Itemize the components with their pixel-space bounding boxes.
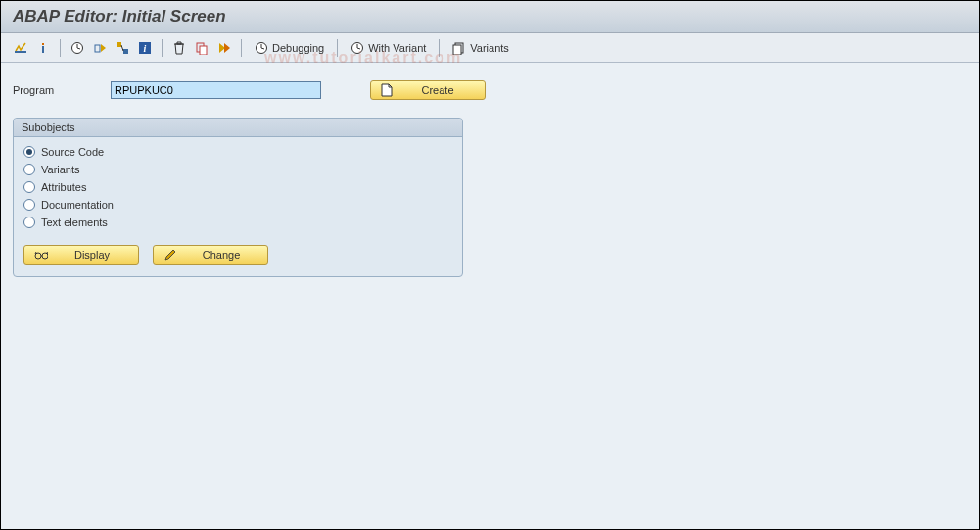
document-icon [381,83,393,97]
program-input[interactable] [111,81,321,99]
separator [337,39,338,57]
change-button[interactable]: Change [153,245,268,265]
svg-rect-5 [117,42,121,47]
info-icon[interactable]: i [135,38,155,58]
svg-rect-0 [15,51,26,53]
copy-icon[interactable] [192,38,211,58]
radio-label: Variants [41,164,80,175]
create-label: Create [400,84,475,96]
display-label: Display [56,249,128,261]
info-stick-icon[interactable] [33,38,53,58]
button-row: Display Change [14,231,462,265]
radio-variants[interactable]: Variants [14,161,462,178]
svg-rect-10 [200,46,207,55]
svg-rect-14 [453,45,461,55]
debugging-label: Debugging [272,42,324,54]
radio-label: Text elements [41,217,108,228]
svg-point-16 [42,253,48,259]
radio-attributes[interactable]: Attributes [14,178,462,196]
program-row: Program Create [13,80,967,100]
title-bar: ABAP Editor: Initial Screen [1,1,979,33]
radio-icon[interactable] [23,164,35,175]
activate-icon[interactable] [90,38,110,58]
radio-label: Attributes [41,181,86,193]
page-title: ABAP Editor: Initial Screen [13,7,226,25]
radio-source-code[interactable]: Source Code [14,143,462,161]
svg-rect-4 [95,45,100,52]
program-label: Program [13,84,111,96]
svg-rect-2 [42,46,44,53]
svg-rect-1 [42,43,44,45]
separator [241,39,242,57]
delete-icon[interactable] [169,38,189,58]
separator [60,39,61,57]
subobjects-group: Subobjects Source Code Variants Attribut… [13,118,463,277]
separator [439,39,440,57]
radio-icon[interactable] [23,217,35,228]
check-icon[interactable] [11,38,30,58]
separator [162,39,163,57]
glasses-icon [34,249,48,261]
group-title: Subobjects [14,119,462,137]
svg-text:i: i [144,43,147,54]
with-variant-label: With Variant [368,42,426,54]
radio-label: Documentation [41,199,114,211]
pencil-icon [163,248,177,262]
where-used-icon[interactable] [113,38,132,58]
radio-icon[interactable] [23,199,35,211]
create-button[interactable]: Create [370,80,486,100]
display-button[interactable]: Display [23,245,139,265]
variants-label: Variants [470,42,509,54]
clock-icon[interactable] [68,38,87,58]
debugging-button[interactable]: Debugging [249,39,330,57]
variants-button[interactable]: Variants [446,39,515,57]
execute-icon[interactable] [214,38,234,58]
change-label: Change [185,249,257,261]
radio-icon[interactable] [23,181,35,193]
svg-point-15 [35,253,41,259]
content-area: Program Create Subobjects Source Code Va… [1,63,979,530]
with-variant-button[interactable]: With Variant [345,39,432,57]
radio-documentation[interactable]: Documentation [14,196,462,214]
radio-icon[interactable] [23,146,35,158]
svg-rect-6 [123,49,128,54]
toolbar: i Debugging With Variant Variants [1,33,979,63]
radio-label: Source Code [41,146,104,158]
radio-text-elements[interactable]: Text elements [14,214,462,231]
